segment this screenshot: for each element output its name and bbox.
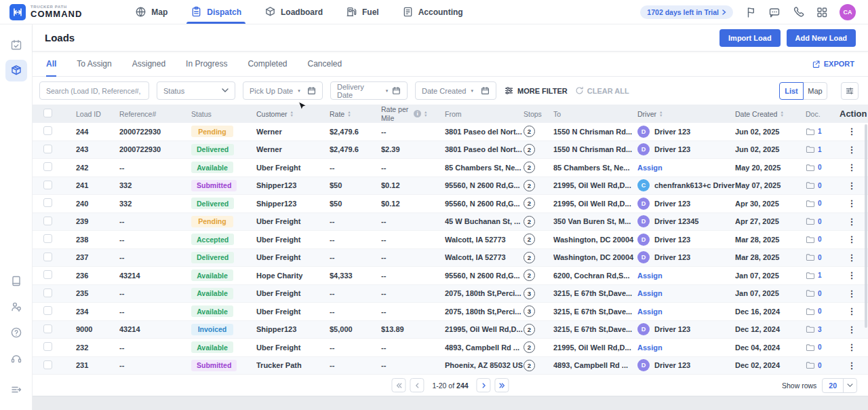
col-reference[interactable]: Reference# xyxy=(119,110,191,118)
first-page-button[interactable] xyxy=(391,378,406,392)
row-actions-button[interactable]: ⋮ xyxy=(840,145,868,155)
tab-assigned[interactable]: Assigned xyxy=(132,52,165,76)
row-actions-button[interactable]: ⋮ xyxy=(840,324,868,335)
sidebar-item-support[interactable] xyxy=(5,348,27,369)
doc-count-button[interactable]: 0 xyxy=(806,343,840,352)
row-actions-button[interactable]: ⋮ xyxy=(840,217,868,227)
date-created-filter[interactable]: Date Created▾ xyxy=(415,81,496,100)
sort-icon[interactable] xyxy=(659,111,663,117)
col-to[interactable]: To xyxy=(553,110,637,118)
vertical-scrollbar[interactable] xyxy=(865,124,867,328)
chat-icon[interactable] xyxy=(768,6,781,18)
apps-grid-icon[interactable] xyxy=(816,6,828,18)
more-filter-button[interactable]: MORE FILTER xyxy=(504,86,568,96)
assign-link[interactable]: Assign xyxy=(637,308,663,316)
show-rows-select[interactable]: 20 xyxy=(822,378,857,393)
nav-item-map[interactable]: Map xyxy=(135,0,167,24)
doc-count-button[interactable]: 0 xyxy=(806,200,840,208)
sort-icon[interactable] xyxy=(424,111,427,117)
row-checkbox[interactable] xyxy=(43,126,52,135)
doc-count-button[interactable]: 0 xyxy=(806,308,840,316)
row-actions-button[interactable]: ⋮ xyxy=(840,306,868,316)
table-row[interactable]: 232--AvailableUber Freight----4893, Camp… xyxy=(33,339,868,357)
table-row[interactable]: 237--DeliveredUber Freight----Walcott, I… xyxy=(33,249,868,267)
row-checkbox[interactable] xyxy=(43,198,52,207)
col-load-id[interactable]: Load ID xyxy=(76,110,119,118)
row-checkbox[interactable] xyxy=(43,288,52,297)
row-checkbox[interactable] xyxy=(43,217,52,225)
user-avatar[interactable]: CA xyxy=(840,4,856,20)
select-all-checkbox[interactable] xyxy=(43,109,52,117)
row-checkbox[interactable] xyxy=(43,162,52,171)
doc-count-button[interactable]: 1 xyxy=(806,128,840,136)
doc-count-button[interactable]: 0 xyxy=(806,289,840,297)
doc-count-button[interactable]: 1 xyxy=(806,272,840,280)
row-actions-button[interactable]: ⋮ xyxy=(840,342,868,352)
search-input[interactable] xyxy=(46,87,142,95)
table-row[interactable]: 239--PendingUber Freight----45 W Buchana… xyxy=(33,213,868,231)
delivery-date-filter[interactable]: Delivery Date▾ xyxy=(330,81,408,100)
sidebar-item-driver-tracking[interactable] xyxy=(5,296,27,318)
brand-logo[interactable]: TRUCKER PATH COMMAND xyxy=(9,4,82,20)
table-row[interactable]: 231--SubmittedTrucker Path----Phoenix, A… xyxy=(33,357,868,375)
list-view-button[interactable]: List xyxy=(779,82,804,100)
column-settings-button[interactable] xyxy=(841,82,859,100)
table-row[interactable]: 2432000722930DeliveredWerner$2,479.6$2.3… xyxy=(33,141,868,160)
export-button[interactable]: EXPORT xyxy=(812,52,854,76)
last-page-button[interactable] xyxy=(495,378,509,392)
row-checkbox[interactable] xyxy=(43,270,52,279)
row-actions-button[interactable]: ⋮ xyxy=(840,270,868,280)
doc-count-button[interactable]: 1 xyxy=(806,145,840,153)
table-row[interactable]: 242--AvailableUber Freight----85 Chamber… xyxy=(33,159,868,177)
flag-icon[interactable] xyxy=(745,6,757,18)
tab-all[interactable]: All xyxy=(46,52,56,76)
row-checkbox[interactable] xyxy=(43,342,52,351)
row-checkbox[interactable] xyxy=(43,306,52,315)
doc-count-button[interactable]: 3 xyxy=(806,325,840,333)
table-row[interactable]: 238--AcceptedUber Freight----Walcott, IA… xyxy=(33,231,868,249)
col-rate-per-mile[interactable]: Rate per Mile xyxy=(381,105,445,122)
nav-item-loadboard[interactable]: Loadboard xyxy=(264,0,323,24)
row-checkbox[interactable] xyxy=(43,324,52,333)
col-stops[interactable]: Stops xyxy=(524,110,553,118)
doc-count-button[interactable]: 0 xyxy=(806,236,840,244)
col-driver[interactable]: Driver xyxy=(637,110,735,118)
sidebar-item-help[interactable] xyxy=(5,322,27,343)
table-row[interactable]: 900043214InvoicedShipper123$5,000$13.892… xyxy=(33,321,868,339)
table-row[interactable]: 241332SubmittedShipper123$50$0.1295560, … xyxy=(33,177,868,195)
prev-page-button[interactable] xyxy=(410,378,424,392)
info-icon[interactable] xyxy=(414,110,421,117)
doc-count-button[interactable]: 0 xyxy=(806,253,840,261)
row-actions-button[interactable]: ⋮ xyxy=(840,360,868,371)
map-view-button[interactable]: Map xyxy=(803,82,827,100)
table-row[interactable]: 235--AvailableUber Freight----2075, 180t… xyxy=(33,285,868,303)
sidebar-item-loads[interactable] xyxy=(5,60,27,81)
next-page-button[interactable] xyxy=(477,378,491,392)
row-checkbox[interactable] xyxy=(43,234,52,243)
tab-canceled[interactable]: Canceled xyxy=(307,52,342,76)
col-status[interactable]: Status xyxy=(191,110,256,118)
assign-link[interactable]: Assign xyxy=(637,343,663,352)
table-row[interactable]: 23643214AvailableHope Charity$4,333--955… xyxy=(33,267,868,285)
row-actions-button[interactable]: ⋮ xyxy=(840,253,868,263)
row-actions-button[interactable]: ⋮ xyxy=(840,162,868,172)
doc-count-button[interactable]: 0 xyxy=(806,361,840,369)
row-actions-button[interactable]: ⋮ xyxy=(840,126,868,136)
trial-badge[interactable]: 1702 days left in Trial xyxy=(640,5,733,19)
doc-count-button[interactable]: 0 xyxy=(806,181,840,189)
doc-count-button[interactable]: 0 xyxy=(806,164,840,172)
pickup-date-filter[interactable]: Pick Up Date▾ xyxy=(243,81,323,100)
row-checkbox[interactable] xyxy=(43,253,52,261)
clear-all-button[interactable]: CLEAR ALL xyxy=(575,86,629,95)
row-actions-button[interactable]: ⋮ xyxy=(840,234,868,244)
phone-icon[interactable] xyxy=(792,6,804,18)
sort-icon[interactable] xyxy=(780,111,783,117)
col-doc[interactable]: Doc. xyxy=(806,110,840,118)
sort-icon[interactable] xyxy=(290,111,294,117)
table-row[interactable]: 234--AvailableUber Freight----2075, 180t… xyxy=(33,303,868,321)
table-row[interactable]: 2442000722930PendingWerner$2,479.6--3801… xyxy=(33,123,868,141)
row-checkbox[interactable] xyxy=(43,360,52,369)
assign-link[interactable]: Assign xyxy=(637,272,663,280)
nav-item-dispatch[interactable]: Dispatch xyxy=(191,0,241,24)
assign-link[interactable]: Assign xyxy=(637,289,663,297)
